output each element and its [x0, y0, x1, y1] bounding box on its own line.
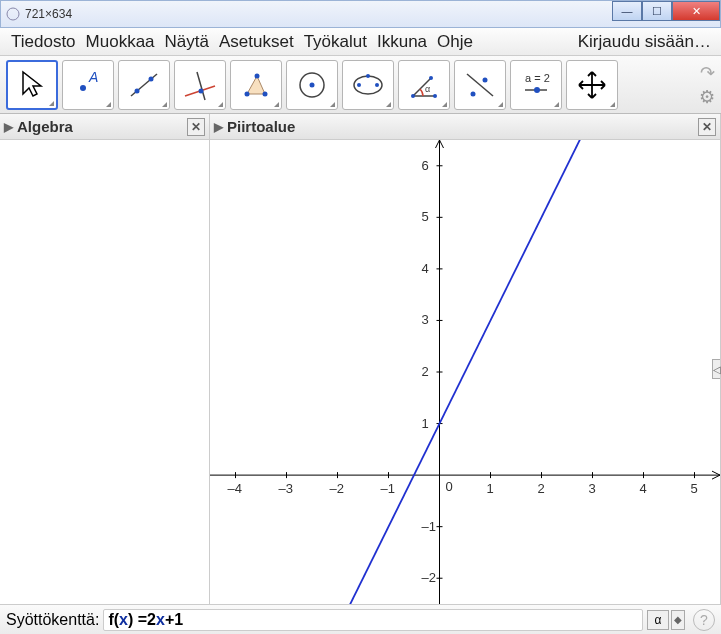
graphics-panel: ▶ Piirtoalue ✕ –4–3–2–1012345–2–1123456 …	[210, 114, 721, 604]
svg-point-13	[310, 82, 315, 87]
svg-text:4: 4	[640, 481, 647, 496]
input-history-button[interactable]: ◆	[671, 610, 685, 630]
menu-edit[interactable]: Muokkaa	[81, 32, 160, 52]
svg-point-15	[357, 83, 361, 87]
svg-text:1: 1	[422, 416, 429, 431]
tool-perpendicular[interactable]	[174, 60, 226, 110]
line-icon	[125, 66, 163, 104]
svg-point-20	[429, 76, 433, 80]
svg-text:a = 2: a = 2	[525, 72, 550, 84]
menubar: Tiedosto Muokkaa Näytä Asetukset Työkalu…	[0, 28, 721, 56]
tool-move[interactable]	[6, 60, 58, 110]
ellipse-icon	[349, 66, 387, 104]
angle-icon: α	[405, 66, 443, 104]
tool-pan[interactable]	[566, 60, 618, 110]
tool-tangent[interactable]	[454, 60, 506, 110]
toolbar: A α a = 2 ↷ ⚙	[0, 56, 721, 114]
svg-point-1	[80, 85, 86, 91]
circle-icon	[293, 66, 331, 104]
side-grip[interactable]: ◁	[712, 359, 720, 379]
algebra-panel-close[interactable]: ✕	[187, 118, 205, 136]
menu-file[interactable]: Tiedosto	[6, 32, 81, 52]
tool-line[interactable]	[118, 60, 170, 110]
svg-point-18	[411, 94, 415, 98]
menu-options[interactable]: Asetukset	[214, 32, 299, 52]
point-icon: A	[69, 66, 107, 104]
graphics-panel-header[interactable]: ▶ Piirtoalue ✕	[210, 114, 720, 140]
svg-point-0	[7, 8, 19, 20]
svg-text:A: A	[88, 69, 98, 85]
svg-text:–3: –3	[279, 481, 293, 496]
menu-login[interactable]: Kirjaudu sisään…	[574, 32, 715, 52]
graphics-canvas[interactable]: –4–3–2–1012345–2–1123456	[210, 140, 720, 604]
tool-angle[interactable]: α	[398, 60, 450, 110]
menu-tools[interactable]: Työkalut	[299, 32, 372, 52]
svg-point-4	[135, 88, 140, 93]
cursor-icon	[13, 66, 51, 104]
svg-line-3	[131, 74, 157, 96]
svg-point-23	[483, 77, 488, 82]
move-arrows-icon	[573, 66, 611, 104]
svg-point-27	[534, 87, 540, 93]
coordinate-plane[interactable]: –4–3–2–1012345–2–1123456	[210, 140, 720, 604]
app-icon	[5, 6, 21, 22]
svg-text:–4: –4	[228, 481, 242, 496]
panel-toggle-icon: ▶	[4, 120, 13, 134]
algebra-panel-title: Algebra	[17, 118, 187, 135]
tool-polygon[interactable]	[230, 60, 282, 110]
svg-text:4: 4	[422, 261, 429, 276]
tool-point[interactable]: A	[62, 60, 114, 110]
svg-text:0: 0	[446, 479, 453, 494]
svg-text:–1: –1	[422, 519, 436, 534]
menu-window[interactable]: Ikkuna	[372, 32, 432, 52]
workspace: ▶ Algebra ✕ ▶ Piirtoalue ✕ –4–3–2–101234…	[0, 114, 721, 604]
tool-slider[interactable]: a = 2	[510, 60, 562, 110]
perpendicular-icon	[181, 66, 219, 104]
tool-circle[interactable]	[286, 60, 338, 110]
svg-text:1: 1	[487, 481, 494, 496]
panel-toggle-icon: ▶	[214, 120, 223, 134]
svg-text:2: 2	[538, 481, 545, 496]
svg-point-10	[263, 91, 268, 96]
graphics-panel-close[interactable]: ✕	[698, 118, 716, 136]
svg-text:–1: –1	[381, 481, 395, 496]
svg-text:3: 3	[422, 312, 429, 327]
svg-point-8	[199, 88, 204, 93]
svg-point-11	[255, 73, 260, 78]
svg-text:5: 5	[691, 481, 698, 496]
symbol-picker-button[interactable]: α	[647, 610, 669, 630]
algebra-panel-header[interactable]: ▶ Algebra ✕	[0, 114, 209, 140]
svg-text:–2: –2	[422, 570, 436, 585]
svg-text:–2: –2	[330, 481, 344, 496]
svg-text:α: α	[425, 84, 430, 94]
svg-point-5	[149, 76, 154, 81]
svg-point-17	[366, 74, 370, 78]
svg-line-65	[210, 140, 720, 604]
svg-text:5: 5	[422, 209, 429, 224]
input-field[interactable]: f(x) = 2x+1	[103, 609, 643, 631]
svg-point-9	[245, 91, 250, 96]
window-titlebar: 721×634 — ☐ ✕	[0, 0, 721, 28]
svg-point-16	[375, 83, 379, 87]
algebra-panel: ▶ Algebra ✕	[0, 114, 210, 604]
slider-icon: a = 2	[517, 66, 555, 104]
polygon-icon	[237, 66, 275, 104]
menu-help[interactable]: Ohje	[432, 32, 478, 52]
algebra-panel-body[interactable]	[0, 140, 209, 604]
svg-text:3: 3	[589, 481, 596, 496]
tool-ellipse[interactable]	[342, 60, 394, 110]
svg-point-19	[433, 94, 437, 98]
graphics-panel-title: Piirtoalue	[227, 118, 698, 135]
window-maximize-button[interactable]: ☐	[642, 1, 672, 21]
settings-gear-icon[interactable]: ⚙	[699, 86, 715, 108]
svg-text:6: 6	[422, 158, 429, 173]
svg-point-24	[471, 91, 476, 96]
window-minimize-button[interactable]: —	[612, 1, 642, 21]
menu-view[interactable]: Näytä	[160, 32, 214, 52]
svg-text:2: 2	[422, 364, 429, 379]
help-button[interactable]: ?	[693, 609, 715, 631]
redo-button[interactable]: ↷	[700, 62, 715, 84]
window-close-button[interactable]: ✕	[672, 1, 720, 21]
svg-line-7	[197, 72, 205, 100]
input-bar: Syöttökenttä: f(x) = 2x+1 α ◆ ?	[0, 604, 721, 634]
